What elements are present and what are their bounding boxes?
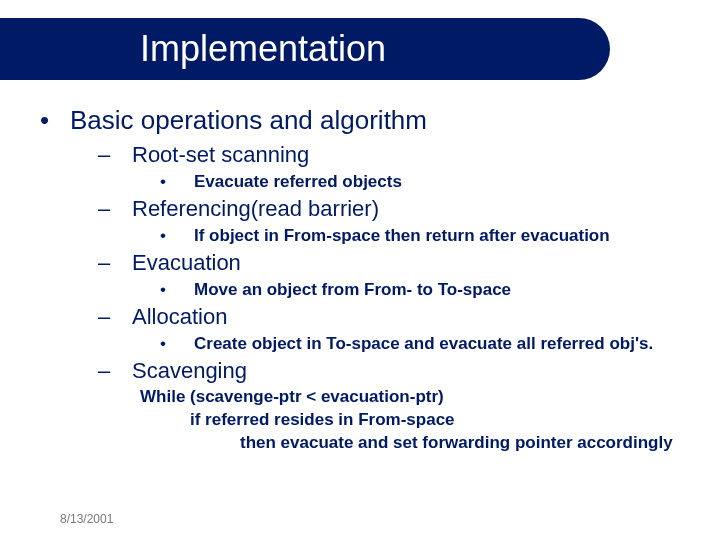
sub-item: – Evacuation xyxy=(98,250,690,276)
main-bullet-text: Basic operations and algorithm xyxy=(70,105,427,136)
dash-icon: – xyxy=(98,304,132,330)
dash-icon: – xyxy=(98,142,132,168)
bullet-dot: • xyxy=(160,172,194,192)
slide-title: Implementation xyxy=(140,28,386,70)
sub-heading: Evacuation xyxy=(132,250,241,276)
detail-text: Evacuate referred objects xyxy=(194,172,402,192)
main-bullet: • Basic operations and algorithm xyxy=(40,105,690,136)
detail-text: If object in From-space then return afte… xyxy=(194,226,610,246)
detail-text: Move an object from From- to To-space xyxy=(194,280,511,300)
bullet-dot: • xyxy=(160,280,194,300)
slide: Implementation • Basic operations and al… xyxy=(0,0,720,540)
sub-detail: • Evacuate referred objects xyxy=(160,172,690,192)
sub-item: – Scavenging xyxy=(98,358,690,384)
bullet-dot: • xyxy=(160,226,194,246)
sub-item: – Referencing(read barrier) xyxy=(98,196,690,222)
content-area: • Basic operations and algorithm – Root-… xyxy=(40,105,690,455)
code-line: While (scavenge-ptr < evacuation-ptr) xyxy=(140,386,690,409)
scavenging-code: While (scavenge-ptr < evacuation-ptr) if… xyxy=(140,386,690,455)
sub-heading: Referencing(read barrier) xyxy=(132,196,379,222)
sub-detail: • Create object in To-space and evacuate… xyxy=(160,334,690,354)
title-bar: Implementation xyxy=(0,18,610,80)
sub-item: – Allocation xyxy=(98,304,690,330)
sub-heading: Scavenging xyxy=(132,358,247,384)
code-line: if referred resides in From-space xyxy=(140,409,690,432)
sub-detail: • Move an object from From- to To-space xyxy=(160,280,690,300)
bullet-dot: • xyxy=(40,105,70,136)
sub-detail: • If object in From-space then return af… xyxy=(160,226,690,246)
sub-item: – Root-set scanning xyxy=(98,142,690,168)
sub-heading: Allocation xyxy=(132,304,227,330)
dash-icon: – xyxy=(98,250,132,276)
bullet-dot: • xyxy=(160,334,194,354)
sub-heading: Root-set scanning xyxy=(132,142,309,168)
dash-icon: – xyxy=(98,196,132,222)
dash-icon: – xyxy=(98,358,132,384)
code-line: then evacuate and set forwarding pointer… xyxy=(140,432,690,455)
footer-date: 8/13/2001 xyxy=(60,512,113,526)
detail-text: Create object in To-space and evacuate a… xyxy=(194,334,653,354)
